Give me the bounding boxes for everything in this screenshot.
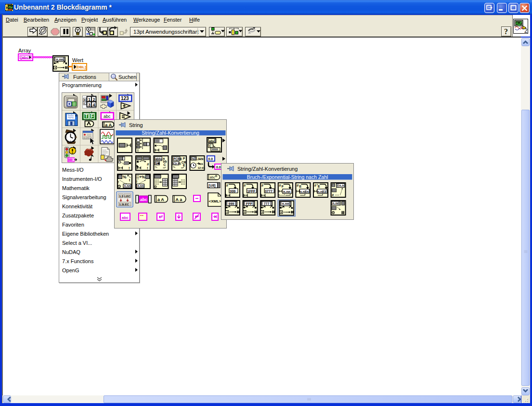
svg-text:String/Zahl-Konvertierung: String/Zahl-Konvertierung (237, 166, 298, 172)
svg-text:String: String (129, 122, 143, 128)
svg-text:<XML>: <XML> (209, 199, 222, 203)
svg-text:0.0: 0.0 (208, 157, 213, 161)
svg-text:String/Zahl-Konvertierung: String/Zahl-Konvertierung (142, 130, 199, 136)
svg-text:2: 2 (524, 27, 528, 34)
svg-text:E: E (299, 185, 301, 188)
svg-text:01: 01 (200, 163, 204, 165)
svg-text:FFF: FFF (246, 202, 253, 205)
svg-text:abc: abc (209, 139, 215, 143)
svg-text:abc: abc (210, 176, 216, 179)
svg-text:"": "" (140, 214, 144, 218)
svg-text:1: 1 (88, 97, 91, 102)
svg-text:E: E (183, 164, 185, 167)
svg-text:n.nEn: n.nEn (300, 190, 309, 193)
svg-text:abbc: abbc (156, 157, 163, 161)
svg-text:R: R (84, 99, 86, 102)
svg-text:12:01: 12:01 (198, 166, 206, 169)
svg-text:!: ! (118, 180, 119, 184)
svg-text:#: # (297, 183, 299, 188)
svg-text:%: % (192, 157, 195, 160)
svg-text:n.n: n.n (339, 184, 344, 187)
svg-text:▒+%: ▒+% (136, 175, 145, 179)
svg-text:3: 3 (88, 102, 91, 107)
svg-text:1.3LEC: 1.3LEC (119, 203, 130, 206)
svg-text:n.nn: n.nn (333, 202, 339, 205)
svg-text:n.nE3: n.nE3 (318, 190, 326, 193)
svg-text:abc: abc (122, 216, 129, 220)
svg-text:[abc: [abc (21, 55, 29, 60)
svg-text:999: 999 (229, 202, 234, 205)
svg-text:Bruch-/Exponential-String nach: Bruch-/Exponential-String nach Zahl (247, 174, 328, 180)
svg-text:C[r,R]: C[r,R] (173, 162, 181, 165)
svg-text:E: E (318, 185, 320, 188)
svg-text:2: 2 (93, 97, 95, 102)
svg-text:T: T (85, 114, 88, 119)
svg-text:C: C (84, 102, 86, 105)
svg-text:C: C (209, 144, 211, 148)
svg-text:#: # (226, 183, 229, 188)
svg-text:!: ! (136, 180, 137, 183)
svg-text:1.3: 1.3 (119, 195, 124, 198)
svg-text:#: # (244, 183, 246, 188)
svg-text:abc: abc (140, 197, 147, 202)
svg-text:4: 4 (93, 102, 95, 107)
svg-text:1FFF: 1FFF (247, 190, 256, 193)
svg-text:abc: abc (104, 114, 111, 119)
svg-text:999: 999 (230, 190, 236, 193)
svg-text:0777: 0777 (265, 190, 272, 193)
svg-text:[U8]: [U8] (208, 183, 216, 188)
svg-text:F: F (91, 114, 94, 119)
svg-text:LEC: LEC (125, 195, 131, 198)
svg-text:123: 123 (121, 96, 129, 101)
svg-text:F: F (282, 185, 284, 188)
svg-text:!: ! (147, 166, 148, 170)
svg-text:a A: a A (105, 122, 112, 127)
svg-text:DBL]: DBL] (77, 65, 86, 69)
svg-text:A a: A a (176, 197, 183, 202)
svg-text:?: ? (504, 27, 508, 36)
svg-text:n.nn: n.nn (283, 190, 290, 193)
svg-text:n.nn: n.nn (56, 58, 64, 61)
svg-text:n.nn: n.nn (137, 184, 144, 188)
svg-text:#: # (279, 183, 281, 188)
svg-text:#: # (261, 183, 264, 188)
svg-text:C: C (164, 163, 166, 166)
svg-text:JAN: JAN (197, 157, 204, 161)
svg-text:PCRE: PCRE (173, 157, 182, 161)
svg-text:777: 777 (264, 202, 270, 205)
svg-text:bb: bb (163, 160, 167, 163)
svg-text:%: % (123, 175, 127, 179)
svg-text:n.nn: n.nn (124, 184, 131, 188)
svg-text:P: P (183, 157, 185, 160)
svg-text:#: # (332, 193, 334, 197)
svg-text:!: ! (129, 166, 130, 170)
svg-text:a A: a A (157, 197, 164, 202)
svg-text:b✱: b✱ (156, 162, 160, 165)
svg-text:n.nn: n.nn (282, 202, 289, 205)
svg-text:0.0: 0.0 (216, 165, 221, 169)
